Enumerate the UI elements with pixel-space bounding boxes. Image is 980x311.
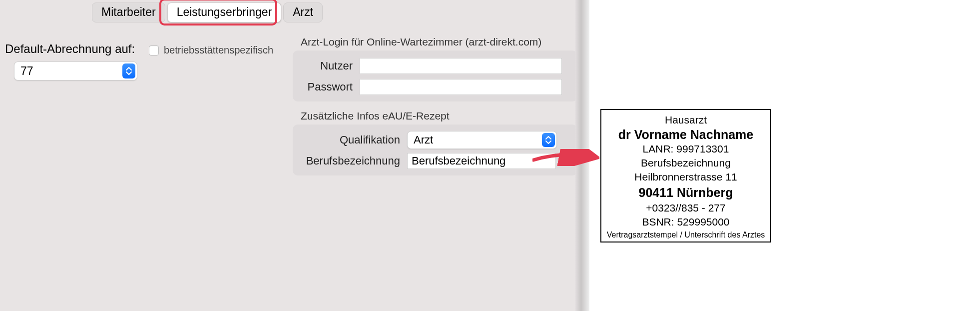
- user-label: Nutzer: [293, 60, 353, 72]
- tab-arzt[interactable]: Arzt: [283, 2, 323, 22]
- password-label: Passwort: [293, 80, 353, 94]
- settings-panel: Mitarbeiter Leistungserbringer Arzt Defa…: [0, 0, 589, 311]
- updown-icon: [542, 133, 555, 147]
- stamp-jobtitle: Berufsbezeichnung: [601, 156, 770, 170]
- tab-leistungserbringer[interactable]: Leistungserbringer: [167, 2, 282, 22]
- checkbox-icon: [149, 46, 159, 56]
- default-billing-label: Default-Abrechnung auf:: [5, 42, 135, 56]
- stamp-street: Heilbronnerstrasse 11: [601, 170, 770, 184]
- default-billing-value: 77: [14, 64, 122, 78]
- tab-mitarbeiter[interactable]: Mitarbeiter: [92, 2, 165, 22]
- extra-info-group: Zusätzliche Infos eAU/E-Rezept Qualifika…: [293, 124, 577, 176]
- stamp-role: Hausarzt: [601, 113, 770, 127]
- stamp-footer: Vertragsarztstempel / Unterschrift des A…: [601, 230, 770, 240]
- user-input[interactable]: [360, 58, 562, 74]
- qualification-label: Qualifikation: [293, 134, 400, 146]
- jobtitle-label: Berufsbezeichnung: [293, 154, 400, 168]
- site-specific-checkbox-label: betriebsstättenspezifisch: [164, 44, 273, 56]
- tab-bar: Mitarbeiter Leistungserbringer Arzt: [92, 2, 325, 22]
- site-specific-checkbox[interactable]: betriebsstättenspezifisch: [149, 44, 273, 56]
- password-input[interactable]: [360, 79, 562, 95]
- jobtitle-input[interactable]: [407, 153, 556, 169]
- arzt-login-group: Arzt-Login für Online-Wartezimmer (arzt-…: [293, 50, 577, 102]
- stamp-name: dr Vorname Nachname: [601, 127, 770, 142]
- stamp-bsnr: BSNR: 529995000: [601, 215, 770, 229]
- doctor-stamp-preview: Hausarzt dr Vorname Nachname LANR: 99971…: [600, 109, 771, 242]
- stamp-lanr: LANR: 999713301: [601, 142, 770, 156]
- stamp-phone: +0323//835 - 277: [601, 201, 770, 215]
- default-billing-select[interactable]: 77: [14, 62, 137, 80]
- qualification-value: Arzt: [408, 134, 542, 146]
- extra-info-title: Zusätzliche Infos eAU/E-Rezept: [301, 110, 450, 122]
- panel-side-shadow: [575, 0, 589, 311]
- qualification-select[interactable]: Arzt: [407, 131, 557, 149]
- updown-icon: [122, 64, 135, 78]
- stamp-city: 90411 Nürnberg: [601, 184, 770, 201]
- arzt-login-title: Arzt-Login für Online-Wartezimmer (arzt-…: [301, 36, 541, 48]
